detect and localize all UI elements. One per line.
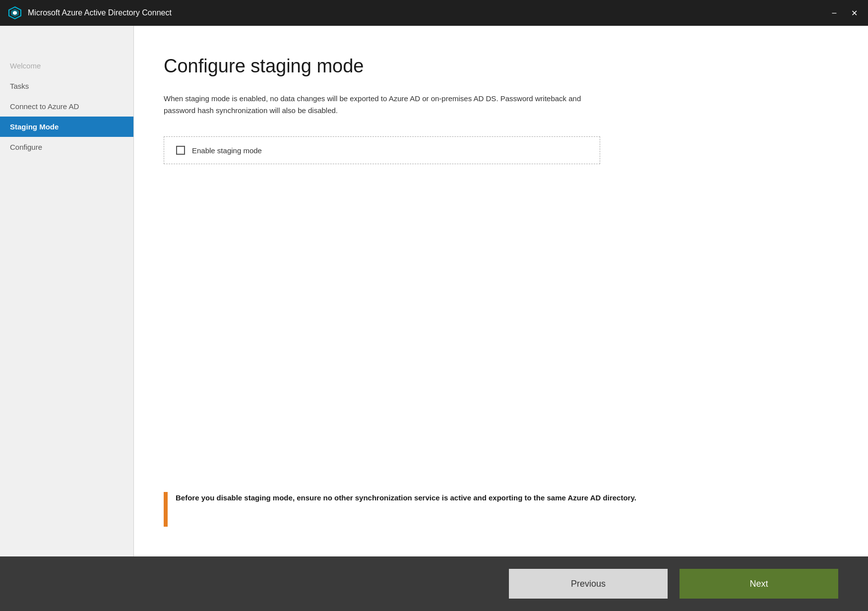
warning-bar-accent: [164, 492, 168, 527]
sidebar-item-configure[interactable]: Configure: [0, 137, 133, 157]
minimize-button[interactable]: –: [828, 8, 840, 18]
close-button[interactable]: ✕: [848, 8, 860, 18]
footer: Previous Next: [0, 556, 868, 611]
page-title: Configure staging mode: [164, 56, 838, 77]
staging-mode-checkbox-container[interactable]: Enable staging mode: [164, 136, 600, 164]
content-area: Welcome Tasks Connect to Azure AD Stagin…: [0, 26, 868, 556]
next-button[interactable]: Next: [680, 569, 838, 599]
sidebar-item-welcome[interactable]: Welcome: [0, 56, 133, 76]
titlebar-controls: – ✕: [828, 8, 860, 18]
staging-mode-checkbox[interactable]: [176, 146, 185, 155]
main-content: Configure staging mode When staging mode…: [134, 26, 868, 556]
content-spacer: [164, 184, 838, 492]
warning-text: Before you disable staging mode, ensure …: [168, 492, 636, 504]
page-description: When staging mode is enabled, no data ch…: [164, 93, 600, 117]
titlebar-title: Microsoft Azure Active Directory Connect: [28, 8, 828, 17]
sidebar-item-connect-azure-ad[interactable]: Connect to Azure AD: [0, 96, 133, 117]
warning-block: Before you disable staging mode, ensure …: [164, 492, 640, 527]
previous-button[interactable]: Previous: [509, 569, 668, 599]
window-body: Welcome Tasks Connect to Azure AD Stagin…: [0, 26, 868, 611]
azure-ad-connect-icon: [8, 6, 22, 20]
titlebar: Microsoft Azure Active Directory Connect…: [0, 0, 868, 26]
sidebar-item-tasks[interactable]: Tasks: [0, 76, 133, 96]
sidebar-item-staging-mode[interactable]: Staging Mode: [0, 117, 133, 137]
sidebar: Welcome Tasks Connect to Azure AD Stagin…: [0, 26, 134, 556]
staging-mode-checkbox-label: Enable staging mode: [192, 146, 262, 155]
